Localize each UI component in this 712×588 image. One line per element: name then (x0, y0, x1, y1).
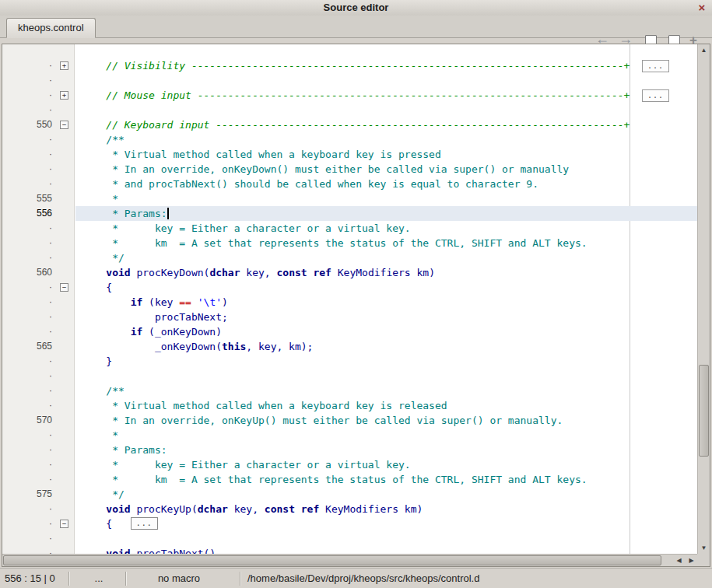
code-line[interactable]: void procKeyUp(dchar key, const ref KeyM… (75, 502, 697, 516)
fold-toggle-icon[interactable]: − (60, 283, 68, 292)
code-line[interactable]: if (key == '\t') (75, 295, 697, 310)
code-line[interactable] (75, 531, 697, 546)
gutter[interactable]: ·+··+·550−····555556···560·−···565····57… (2, 44, 75, 554)
gutter-line[interactable]: · (2, 443, 74, 457)
line-number: · (49, 280, 52, 295)
code-token: dchar (198, 503, 228, 515)
gutter-line[interactable]: · (2, 132, 74, 147)
scroll-right-icon[interactable]: ▶ (686, 555, 697, 566)
gutter-line[interactable]: · (2, 236, 74, 250)
gutter-line[interactable]: ·+ (2, 88, 74, 103)
code-line[interactable]: { (75, 280, 697, 295)
gutter-line[interactable]: · (2, 546, 74, 554)
scroll-down-icon[interactable]: ▼ (698, 542, 710, 554)
collapsed-fold-box[interactable]: ... (642, 60, 669, 72)
gutter-line[interactable]: · (2, 103, 74, 117)
scroll-left-icon[interactable]: ◀ (673, 555, 685, 566)
gutter-line[interactable]: 556 (2, 206, 74, 221)
gutter-line[interactable]: · (2, 73, 74, 88)
code-line[interactable]: * key = Either a character or a virtual … (75, 221, 697, 236)
code-line[interactable]: /** (75, 383, 697, 398)
code-line[interactable]: // Keyboard input ----------------------… (75, 117, 697, 132)
code-token: // Mouse input -------------------------… (82, 89, 630, 101)
code-line[interactable]: void procTabNext() (75, 546, 697, 554)
horizontal-scrollbar-thumb[interactable] (3, 555, 661, 565)
code-token: ref (301, 503, 319, 515)
code-line[interactable]: * In an override, onKeyDown() must eithe… (75, 162, 697, 177)
code-line[interactable]: void procKeyDown(dchar key, const ref Ke… (75, 265, 697, 280)
gutter-line[interactable]: · (2, 383, 74, 398)
gutter-line[interactable]: ·− (2, 280, 74, 295)
fold-toggle-icon[interactable]: − (60, 121, 68, 129)
gutter-line[interactable]: · (2, 177, 74, 191)
gutter-line[interactable]: ·+ (2, 58, 74, 73)
code-line[interactable]: * Virtual method called when a keyboard … (75, 398, 697, 413)
code-token: procTabNext; (82, 311, 228, 323)
scroll-up-icon[interactable]: ▲ (698, 44, 710, 56)
collapsed-fold-box[interactable]: ... (131, 517, 158, 530)
code-line[interactable]: } (75, 354, 697, 369)
code-line[interactable]: { ... (75, 516, 697, 531)
code-line[interactable]: */ (75, 250, 697, 265)
gutter-line[interactable]: 560 (2, 265, 74, 280)
code-line[interactable]: _onKeyDown(this, key, km); (75, 339, 697, 354)
code-line[interactable] (75, 369, 697, 383)
gutter-line[interactable]: · (2, 147, 74, 162)
code-line[interactable]: * (75, 191, 697, 206)
gutter-line[interactable]: · (2, 221, 74, 236)
gutter-line[interactable]: 570 (2, 413, 74, 428)
fold-toggle-icon[interactable]: + (60, 91, 68, 100)
gutter-line[interactable]: · (2, 310, 74, 324)
vertical-scrollbar-thumb[interactable] (699, 365, 709, 457)
close-window-icon[interactable]: × (696, 0, 708, 16)
gutter-line[interactable]: · (2, 502, 74, 516)
code-line[interactable] (75, 103, 697, 117)
horizontal-scrollbar[interactable]: ◀ ▶ (2, 554, 697, 566)
code-token: (_onKeyDown) (142, 326, 222, 338)
code-line[interactable]: * Virtual method called when a keyboard … (75, 147, 697, 162)
code-line[interactable]: /** (75, 132, 697, 147)
code-line[interactable]: * and procTabNext() should be called whe… (75, 177, 697, 191)
code-line[interactable]: */ (75, 487, 697, 502)
code-line[interactable] (75, 73, 697, 88)
fold-toggle-icon[interactable]: + (60, 61, 68, 70)
tab-kheops-control[interactable]: kheops.control (6, 18, 96, 38)
gutter-line[interactable]: · (2, 250, 74, 265)
code-line[interactable]: procTabNext; (75, 310, 697, 324)
collapsed-fold-box[interactable]: ... (642, 89, 669, 102)
code-line[interactable]: * Params: (75, 443, 697, 457)
gutter-line[interactable]: 575 (2, 487, 74, 502)
gutter-line[interactable]: 550− (2, 117, 74, 132)
gutter-line[interactable]: ·− (2, 516, 74, 531)
vertical-scrollbar[interactable]: ▲ ▼ (697, 44, 710, 554)
code-token: * Params: (82, 208, 167, 219)
gutter-line[interactable]: · (2, 398, 74, 413)
line-number: · (49, 73, 52, 88)
gutter-line[interactable]: · (2, 428, 74, 443)
code-token (82, 326, 131, 338)
gutter-line[interactable]: · (2, 531, 74, 546)
code-line[interactable]: * In an override, onKeyUp() must either … (75, 413, 697, 428)
code-token: , key, km); (246, 341, 313, 352)
line-number: · (49, 428, 52, 443)
gutter-line[interactable]: · (2, 162, 74, 177)
gutter-line[interactable]: 555 (2, 191, 74, 206)
code-area[interactable]: // Visibility --------------------------… (75, 44, 697, 554)
gutter-line[interactable]: 565 (2, 339, 74, 354)
code-line[interactable]: * key = Either a character or a virtual … (75, 457, 697, 472)
current-code-line[interactable]: * Params: (75, 206, 697, 221)
gutter-line[interactable]: · (2, 472, 74, 487)
line-number: · (49, 58, 52, 73)
code-line[interactable]: // Mouse input -------------------------… (75, 88, 697, 103)
gutter-line[interactable]: · (2, 295, 74, 310)
gutter-line[interactable]: · (2, 354, 74, 369)
gutter-line[interactable]: · (2, 324, 74, 339)
code-line[interactable]: * km = A set that represents the status … (75, 236, 697, 250)
gutter-line[interactable]: · (2, 457, 74, 472)
code-line[interactable]: * (75, 428, 697, 443)
code-line[interactable]: // Visibility --------------------------… (75, 58, 697, 73)
fold-toggle-icon[interactable]: − (60, 520, 68, 528)
gutter-line[interactable]: · (2, 369, 74, 383)
code-line[interactable]: if (_onKeyDown) (75, 324, 697, 339)
code-line[interactable]: * km = A set that represents the status … (75, 472, 697, 487)
